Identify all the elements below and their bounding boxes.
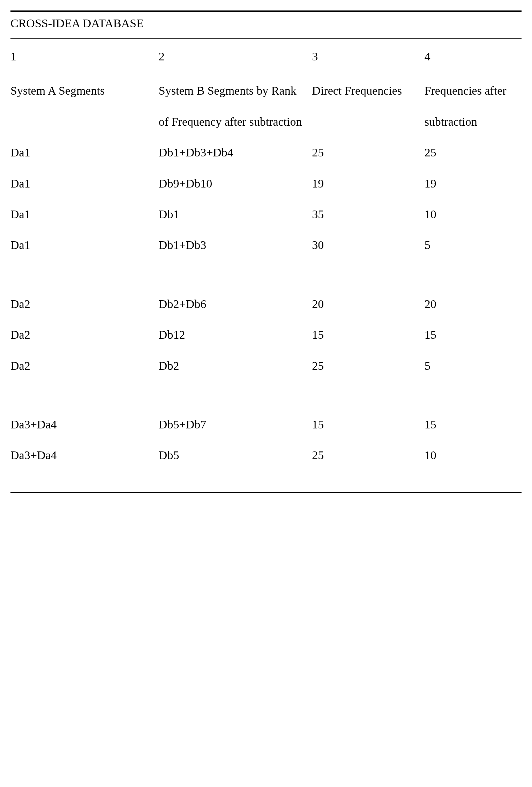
cell-after: 5: [425, 351, 522, 381]
cell-after: 15: [425, 409, 522, 440]
cell-systemB: Db1+Db3: [159, 230, 312, 260]
cell-systemA: Da1: [10, 137, 159, 168]
bottom-divider: [10, 492, 522, 493]
table-row: Da1 Db1 35 10: [10, 199, 522, 230]
col-header-4: Frequencies after subtraction: [425, 72, 522, 137]
cell-direct: 25: [312, 137, 424, 168]
group-gap: [10, 261, 522, 289]
cell-after: 19: [425, 168, 522, 199]
cell-after: 10: [425, 199, 522, 230]
table-row: Da3+Da4 Db5+Db7 15 15: [10, 409, 522, 440]
col-num-1: 1: [10, 39, 159, 72]
cell-systemB: Db12: [159, 319, 312, 350]
cell-systemB: Db9+Db10: [159, 168, 312, 199]
database-table: CROSS-IDEA DATABASE 1 2 3 4 System A Seg…: [10, 10, 522, 493]
table-row: Da1 Db9+Db10 19 19: [10, 168, 522, 199]
col-header-3: Direct Frequencies: [312, 72, 424, 137]
cell-systemA: Da1: [10, 199, 159, 230]
data-table: 1 2 3 4 System A Segments System B Segme…: [10, 39, 522, 471]
table-row: Da1 Db1+Db3 30 5: [10, 230, 522, 260]
column-number-row: 1 2 3 4: [10, 39, 522, 72]
cell-after: 5: [425, 230, 522, 260]
table-title: CROSS-IDEA DATABASE: [10, 17, 144, 30]
cell-after: 20: [425, 289, 522, 319]
col-num-3: 3: [312, 39, 424, 72]
cell-systemB: Db5+Db7: [159, 409, 312, 440]
cell-systemB: Db5: [159, 440, 312, 471]
cell-direct: 25: [312, 351, 424, 381]
column-header-row: System A Segments System B Segments by R…: [10, 72, 522, 137]
col-num-2: 2: [159, 39, 312, 72]
cell-direct: 15: [312, 409, 424, 440]
col-header-2: System B Segments by Rank of Frequency a…: [159, 72, 312, 137]
cell-after: 25: [425, 137, 522, 168]
cell-systemA: Da3+Da4: [10, 440, 159, 471]
cell-systemA: Da3+Da4: [10, 409, 159, 440]
cell-direct: 30: [312, 230, 424, 260]
cell-direct: 19: [312, 168, 424, 199]
cell-systemA: Da2: [10, 351, 159, 381]
table-row: Da2 Db12 15 15: [10, 319, 522, 350]
title-bar: CROSS-IDEA DATABASE: [10, 10, 522, 38]
cell-direct: 35: [312, 199, 424, 230]
col-num-4: 4: [425, 39, 522, 72]
cell-systemA: Da1: [10, 230, 159, 260]
cell-systemA: Da2: [10, 319, 159, 350]
cell-systemB: Db1+Db3+Db4: [159, 137, 312, 168]
cell-systemB: Db2+Db6: [159, 289, 312, 319]
col-header-1: System A Segments: [10, 72, 159, 137]
cell-systemB: Db2: [159, 351, 312, 381]
cell-systemA: Da2: [10, 289, 159, 319]
cell-systemA: Da1: [10, 168, 159, 199]
cell-systemB: Db1: [159, 199, 312, 230]
cell-after: 10: [425, 440, 522, 471]
group-gap: [10, 381, 522, 409]
cell-direct: 25: [312, 440, 424, 471]
cell-direct: 20: [312, 289, 424, 319]
cell-after: 15: [425, 319, 522, 350]
table-row: Da2 Db2 25 5: [10, 351, 522, 381]
table-row: Da3+Da4 Db5 25 10: [10, 440, 522, 471]
table-row: Da2 Db2+Db6 20 20: [10, 289, 522, 319]
cell-direct: 15: [312, 319, 424, 350]
table-row: Da1 Db1+Db3+Db4 25 25: [10, 137, 522, 168]
